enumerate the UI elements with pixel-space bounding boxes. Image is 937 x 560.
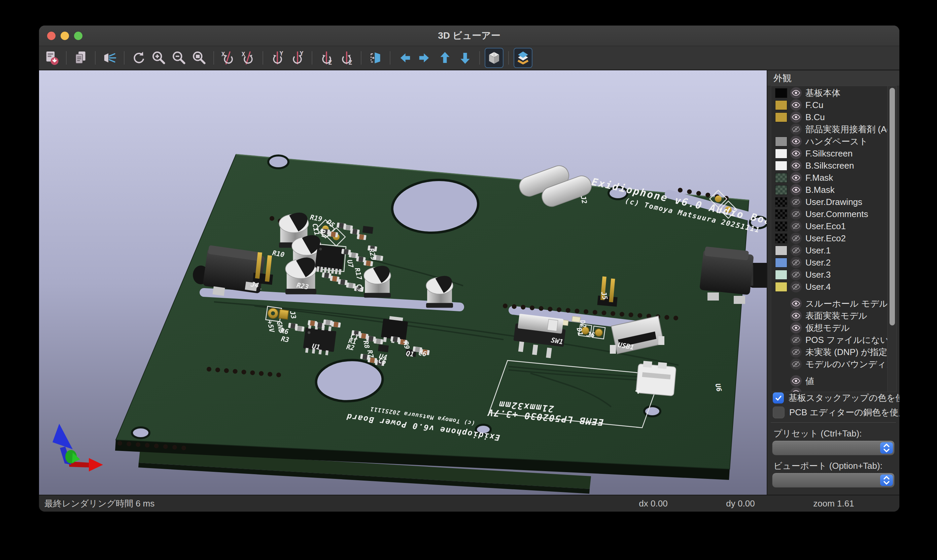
visibility-eye-icon[interactable] [790, 322, 802, 334]
export-board-image-icon [46, 51, 58, 65]
refresh-view-button[interactable] [129, 48, 148, 68]
close-button[interactable] [47, 32, 55, 40]
zoom-out-button[interactable] [170, 48, 188, 68]
pan-left-icon [400, 53, 410, 62]
svg-text:R2: R2 [346, 343, 355, 352]
svg-text:X: X [242, 51, 245, 58]
combobox-stepper-icon[interactable] [880, 442, 893, 454]
scrollbar-track[interactable] [887, 86, 896, 392]
layer-label: User.4 [805, 282, 831, 292]
fullscreen-button[interactable] [74, 32, 83, 40]
svg-text:R3: R3 [280, 334, 290, 344]
visibility-eye-icon[interactable] [790, 99, 802, 111]
export-board-image-button[interactable] [42, 48, 61, 68]
pan-up-button[interactable] [435, 48, 454, 68]
layer-color-swatch[interactable] [775, 161, 787, 171]
pan-down-button[interactable] [456, 48, 475, 68]
visibility-eye-icon[interactable] [790, 375, 802, 387]
viewport-combobox[interactable] [772, 473, 895, 488]
panel-divider [771, 422, 896, 423]
preset-combobox[interactable] [772, 440, 895, 455]
layer-color-swatch[interactable] [775, 149, 787, 158]
layer-color-swatch[interactable] [775, 185, 787, 195]
visibility-eye-icon[interactable] [790, 310, 802, 322]
layer-label: スルーホール モデル [805, 298, 887, 309]
layer-color-swatch[interactable] [775, 173, 787, 183]
visibility-eye-off-icon[interactable] [790, 220, 802, 232]
scrollbar-thumb[interactable] [889, 88, 895, 325]
visibility-eye-off-icon[interactable] [790, 232, 802, 244]
visibility-eye-icon[interactable] [790, 387, 802, 392]
visibility-eye-off-icon[interactable] [790, 208, 802, 220]
use-pcb-editor-copper-colors-checkbox[interactable]: PCB エディターの銅色を使用 [773, 406, 899, 418]
window-title: 3D ビューアー [39, 29, 899, 42]
layer-label: F.Cu [805, 100, 823, 111]
combobox-stepper-icon[interactable] [880, 474, 893, 486]
visibility-eye-off-icon[interactable] [790, 123, 802, 135]
rotate-x-ccw-button[interactable]: X [219, 48, 238, 68]
checkbox-checked-icon[interactable] [773, 392, 784, 403]
visibility-eye-off-icon[interactable] [790, 257, 802, 268]
rotate-y-ccw-button[interactable]: Y [268, 48, 287, 68]
layer-color-swatch[interactable] [775, 112, 787, 122]
layer-color-swatch[interactable] [775, 270, 787, 280]
rotate-z-cw-button[interactable]: Z [337, 48, 356, 68]
layer-visibility-list[interactable]: 基板本体F.CuB.Cu部品実装用接着剤 (AdhハンダペーストF.Silksc… [771, 86, 897, 392]
layer-row: POS ファイルにないモ [771, 334, 887, 346]
layer-color-swatch[interactable] [775, 258, 787, 268]
rotate-z-ccw-button[interactable]: Z [317, 48, 336, 68]
use-board-stackup-colors-checkbox[interactable]: 基板スタックアップの色を使用 [773, 392, 899, 404]
layer-color-swatch[interactable] [775, 209, 787, 219]
svg-text:C9: C9 [355, 283, 365, 293]
visibility-eye-icon[interactable] [790, 87, 802, 98]
flip-board-icon [371, 52, 380, 63]
visibility-eye-icon[interactable] [790, 135, 802, 147]
visibility-eye-off-icon[interactable] [790, 281, 802, 292]
zoom-to-fit-button[interactable] [190, 48, 209, 68]
layer-label: User.Eco1 [805, 221, 846, 232]
layer-color-swatch[interactable] [775, 88, 787, 98]
visibility-eye-icon[interactable] [790, 160, 802, 171]
pan-right-button[interactable] [415, 48, 434, 68]
visibility-eye-off-icon[interactable] [790, 196, 802, 208]
render-current-view-button[interactable] [100, 48, 119, 68]
appearance-manager-button[interactable] [514, 48, 532, 68]
zoom-in-button[interactable] [149, 48, 168, 68]
layer-label: B.Mask [805, 185, 835, 195]
checkbox-unchecked-icon[interactable] [773, 406, 785, 418]
preset-label: プリセット (Ctrl+Tab): [774, 428, 862, 440]
layer-label: 未実装 (DNP) が指定さ [805, 346, 887, 358]
visibility-eye-icon[interactable] [790, 148, 802, 159]
layer-color-swatch[interactable] [775, 234, 787, 243]
visibility-eye-icon[interactable] [790, 172, 802, 183]
layer-row: 仮想モデル [771, 322, 887, 334]
layer-color-swatch[interactable] [775, 246, 787, 255]
orthographic-projection-button[interactable] [485, 48, 503, 68]
3d-viewer-window: 3D ビューアー XXYYZZ [39, 25, 900, 512]
layer-label: モデルのバウンディング [805, 358, 887, 370]
visibility-eye-icon[interactable] [790, 298, 802, 309]
visibility-eye-off-icon[interactable] [790, 245, 802, 256]
layer-row: B.Cu [771, 111, 887, 123]
rotate-x-cw-button[interactable]: X [239, 48, 258, 68]
3d-viewport-canvas[interactable]: Exidiophone v6.0 Audio Board(c) Tomoya M… [39, 70, 767, 495]
visibility-eye-off-icon[interactable] [790, 269, 802, 280]
layer-color-swatch[interactable] [775, 197, 787, 207]
minimize-button[interactable] [61, 32, 69, 40]
layer-label: User.2 [805, 257, 831, 268]
copy-image-button[interactable] [71, 48, 90, 68]
layer-color-swatch[interactable] [775, 282, 787, 292]
toolbar-separator [479, 51, 480, 65]
flip-board-button[interactable] [366, 48, 385, 68]
visibility-eye-off-icon[interactable] [790, 358, 802, 370]
visibility-eye-icon[interactable] [790, 111, 802, 123]
layer-row: User.Eco2 [771, 232, 887, 244]
layer-color-swatch[interactable] [775, 222, 787, 231]
layer-color-swatch[interactable] [775, 100, 787, 110]
pan-left-button[interactable] [395, 48, 414, 68]
layer-color-swatch[interactable] [775, 137, 787, 146]
visibility-eye-icon[interactable] [790, 184, 802, 195]
visibility-eye-off-icon[interactable] [790, 346, 802, 358]
rotate-y-cw-button[interactable]: Y [288, 48, 307, 68]
visibility-eye-off-icon[interactable] [790, 334, 802, 346]
